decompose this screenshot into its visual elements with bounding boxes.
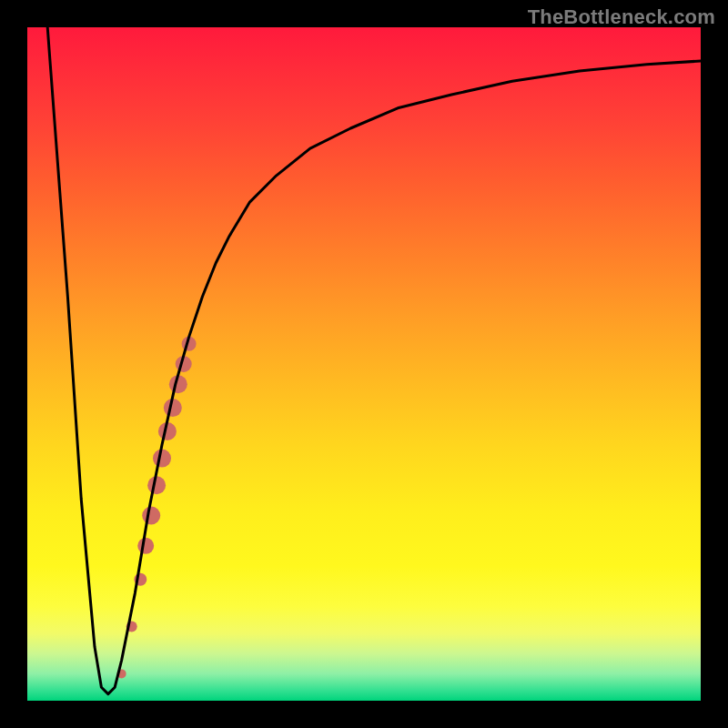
bottleneck-curve-line [47,27,701,694]
plot-area [27,27,701,701]
chart-frame: TheBottleneck.com [0,0,728,728]
highlight-dot [137,538,154,554]
highlight-dot [153,450,171,468]
watermark-text: TheBottleneck.com [528,5,715,29]
chart-svg [27,27,701,701]
highlight-dot [142,507,160,525]
highlight-dot [147,476,166,494]
